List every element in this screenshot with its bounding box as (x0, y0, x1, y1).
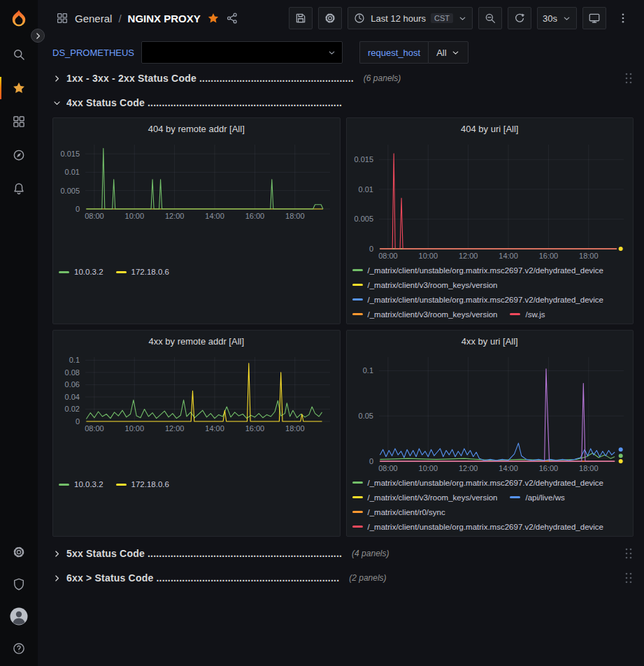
svg-text:08:00: 08:00 (378, 464, 398, 472)
chevron-right-icon (52, 549, 62, 558)
row-title: 5xx Status Code ........................… (66, 548, 342, 559)
refresh-button[interactable] (508, 7, 531, 29)
row-5xx-status-code[interactable]: 5xx Status Code ........................… (52, 544, 634, 563)
legend-item[interactable]: /_matrix/client/r0/sync (352, 508, 445, 516)
row-drag-handle[interactable] (624, 572, 634, 584)
panel-title[interactable]: 4xx by uri [All] (347, 331, 634, 352)
variable-label-request-host[interactable]: request_host (359, 41, 428, 64)
chevron-right-icon (52, 74, 62, 83)
legend-series-label: /sw.js (525, 310, 545, 319)
kebab-icon (617, 12, 629, 24)
favorite-star-icon[interactable] (207, 12, 220, 24)
svg-text:10:00: 10:00 (418, 464, 438, 472)
sidebar-item-explore[interactable] (0, 138, 38, 172)
star-icon (12, 81, 26, 95)
legend-item[interactable]: /_matrix/client/unstable/org.matrix.msc2… (352, 296, 604, 304)
sidebar-item-dashboards[interactable] (0, 105, 38, 138)
variable-label-datasource: DS_PROMETHEUS (52, 48, 141, 58)
zoom-out-time-button[interactable] (478, 7, 502, 29)
sidebar-item-profile[interactable] (0, 600, 38, 632)
legend-item[interactable]: /_matrix/client/unstable/org.matrix.msc2… (352, 266, 604, 275)
legend-row: 10.0.3.2172.18.0.6 (59, 477, 334, 492)
row-1xx-3xx-2xx-status-code[interactable]: 1xx - 3xx - 2xx Status Code ............… (52, 68, 634, 88)
cycle-view-mode-button[interactable] (582, 7, 606, 29)
legend-item[interactable]: /_matrix/client/v3/room_keys/version (352, 493, 498, 502)
legend-series-marker (116, 271, 127, 273)
legend-item[interactable]: /_matrix/client/unstable/org.matrix.msc2… (352, 479, 604, 487)
sidebar-nav (0, 38, 38, 205)
svg-text:0: 0 (76, 417, 80, 426)
legend-item[interactable]: 10.0.3.2 (59, 268, 103, 276)
time-range-picker[interactable]: Last 12 hours CST (348, 7, 473, 29)
refresh-interval-select[interactable]: 30s (537, 7, 577, 29)
dashboard-title[interactable]: NGINX PROXY (128, 13, 201, 24)
legend-series-label: /_matrix/client/unstable/org.matrix.msc2… (368, 479, 604, 487)
request-host-value: All (436, 48, 446, 58)
svg-text:0.08: 0.08 (65, 368, 80, 377)
svg-text:16:00: 16:00 (245, 424, 265, 433)
svg-text:16:00: 16:00 (538, 464, 558, 472)
save-dashboard-button[interactable] (289, 7, 313, 29)
svg-text:0.01: 0.01 (65, 168, 80, 176)
sidebar-item-search[interactable] (0, 38, 38, 71)
svg-text:0.015: 0.015 (354, 155, 373, 164)
legend-series-marker (352, 511, 363, 513)
legend-item[interactable]: /api/live/ws (510, 493, 564, 502)
legend-series-label: 10.0.3.2 (74, 268, 103, 276)
time-range-label: Last 12 hours (371, 13, 426, 24)
legend-series-marker (352, 482, 363, 484)
svg-text:18:00: 18:00 (285, 212, 305, 220)
gear-icon (12, 545, 26, 559)
row-4xx-status-code[interactable]: 4xx Status Code ........................… (52, 93, 634, 113)
timeseries-chart[interactable]: 08:0010:0012:0014:0016:0018:0000.0050.01… (347, 139, 634, 262)
request-host-select[interactable]: All (428, 41, 468, 64)
datasource-select[interactable] (141, 41, 343, 64)
legend-series-label: /_matrix/client/r0/sync (368, 508, 445, 516)
row-drag-handle[interactable] (624, 547, 634, 560)
bell-icon (12, 182, 26, 196)
legend-item[interactable]: /_matrix/client/v3/room_keys/version (352, 310, 498, 319)
panel-title[interactable]: 4xx by remote addr [All] (53, 331, 340, 352)
panel-title[interactable]: 404 by remote addr [All] (53, 118, 340, 139)
sidebar-bottom-nav (0, 536, 38, 666)
legend-series-label: 172.18.0.6 (131, 268, 169, 276)
svg-text:10:00: 10:00 (125, 424, 145, 433)
row-title: 6xx > Status Code ......................… (66, 572, 339, 584)
more-options-button[interactable] (612, 7, 634, 29)
sidebar-item-starred[interactable] (0, 71, 38, 105)
legend-series-label: /_matrix/client/v3/room_keys/version (368, 310, 498, 319)
row-drag-handle[interactable] (624, 72, 634, 85)
breadcrumb-separator: / (118, 13, 121, 24)
avatar (10, 607, 28, 625)
legend-item[interactable]: /_matrix/client/v3/room_keys/version (352, 281, 498, 289)
sidebar-item-configuration[interactable] (0, 536, 38, 568)
legend-row: 10.0.3.2172.18.0.6 (59, 265, 334, 280)
sidebar-expand-button[interactable] (31, 29, 45, 43)
timeseries-chart[interactable]: 08:0010:0012:0014:0016:0018:0000.020.040… (53, 352, 340, 477)
svg-text:0.1: 0.1 (362, 366, 373, 375)
timeseries-chart[interactable]: 08:0010:0012:0014:0016:0018:0000.0050.01… (53, 139, 340, 264)
legend-item[interactable]: /_matrix/client/unstable/org.matrix.msc2… (352, 523, 604, 531)
share-icon[interactable] (226, 12, 238, 24)
legend-row: /_matrix/client/unstable/org.matrix.msc2… (352, 475, 628, 490)
svg-text:12:00: 12:00 (165, 212, 185, 220)
panel-title[interactable]: 404 by uri [All] (347, 118, 634, 139)
clock-icon (353, 12, 366, 24)
legend-series-label: /api/live/ws (525, 493, 564, 502)
sidebar-item-server-admin[interactable] (0, 568, 38, 600)
sidebar-item-alerting[interactable] (0, 172, 38, 205)
row-6xx-status-code[interactable]: 6xx > Status Code ......................… (52, 568, 634, 588)
dashboard-settings-button[interactable] (318, 7, 342, 29)
breadcrumb-folder[interactable]: General (75, 13, 112, 24)
timeseries-chart[interactable]: 08:0010:0012:0014:0016:0018:0000.050.1 (347, 352, 634, 475)
legend-item[interactable]: /sw.js (510, 310, 545, 319)
legend-series-marker (352, 496, 363, 498)
svg-text:0.005: 0.005 (60, 187, 80, 195)
sidebar-item-help[interactable] (0, 632, 38, 665)
svg-text:12:00: 12:00 (165, 424, 185, 433)
panel-legend: /_matrix/client/unstable/org.matrix.msc2… (347, 475, 634, 536)
legend-item[interactable]: 10.0.3.2 (59, 480, 103, 488)
legend-item[interactable]: 172.18.0.6 (116, 268, 169, 276)
legend-item[interactable]: 172.18.0.6 (116, 480, 169, 488)
shield-icon (12, 577, 26, 591)
